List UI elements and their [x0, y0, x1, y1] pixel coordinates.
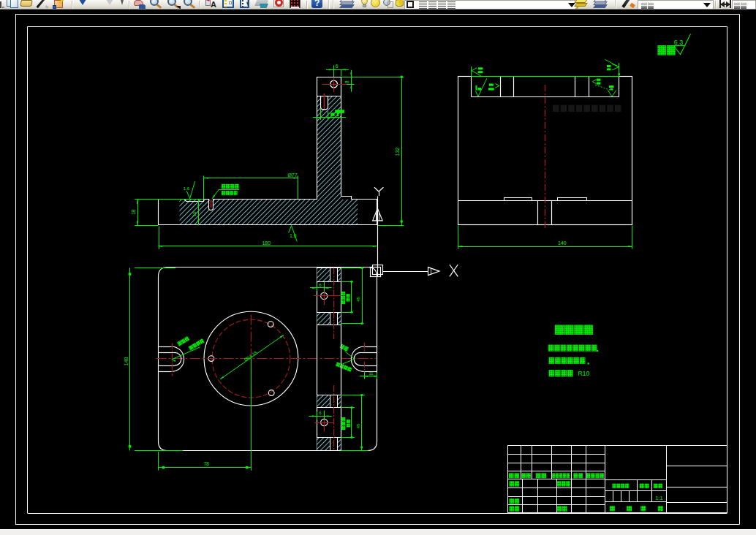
- svg-text:6.3: 6.3: [674, 39, 684, 46]
- svg-text:11: 11: [368, 371, 373, 376]
- svg-text:45: 45: [356, 423, 360, 428]
- svg-text:45: 45: [356, 297, 360, 302]
- svg-text:78: 78: [204, 461, 210, 466]
- svg-text:6: 6: [336, 64, 339, 69]
- svg-text:148: 148: [124, 357, 129, 366]
- svg-text:15: 15: [192, 211, 197, 216]
- svg-text:18: 18: [131, 209, 136, 215]
- svg-text:1.6: 1.6: [290, 233, 296, 238]
- svg-text:R10: R10: [578, 370, 590, 377]
- svg-text:Ø77: Ø77: [287, 172, 297, 178]
- svg-text:8: 8: [344, 80, 349, 83]
- svg-text:180: 180: [262, 240, 271, 246]
- svg-text:1:1: 1:1: [655, 495, 662, 501]
- svg-text:140: 140: [558, 240, 567, 246]
- svg-text:132: 132: [395, 148, 400, 156]
- svg-text:1.6: 1.6: [184, 186, 190, 191]
